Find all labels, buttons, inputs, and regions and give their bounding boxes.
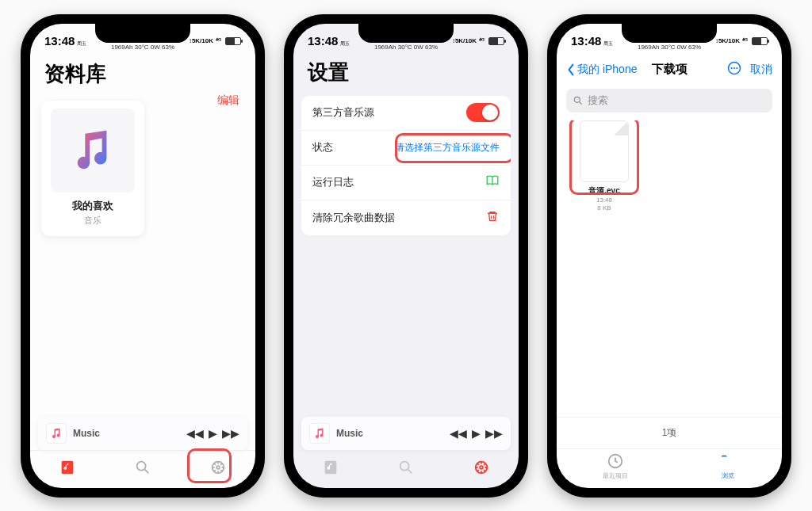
music-note-icon (309, 423, 330, 444)
search-icon (573, 95, 584, 106)
more-icon[interactable] (726, 60, 742, 78)
page-title: 下载项 (652, 62, 688, 77)
phone-settings: 13:48 周五 1969Ah 30°C 0W 63% ↕5K/10K⁴ᴳ 设置… (284, 14, 528, 498)
clock-icon (607, 452, 624, 470)
settings-list: 第三方音乐源 状态 请选择第三方音乐源文件 运行日志 清除冗余歌曲数据 (301, 96, 511, 235)
edit-button[interactable]: 编辑 (217, 93, 239, 108)
tab-bar (293, 450, 519, 488)
phone-library: 13:48 周五 1969Ah 30°C 0W 63% ↕5K/10K⁴ᴳ 资料… (21, 14, 265, 498)
select-source-link[interactable]: 请选择第三方音乐源文件 (395, 141, 500, 154)
now-playing-bar[interactable]: Music ◀◀ ▶ ▶▶ (38, 417, 247, 450)
item-count: 1项 (557, 417, 782, 448)
file-size: 8 KB (573, 204, 636, 212)
tab-library[interactable] (52, 459, 83, 479)
tab-search[interactable] (390, 459, 422, 479)
card-subtitle: 音乐 (49, 215, 136, 227)
svg-point-12 (574, 97, 580, 102)
file-item[interactable]: 音源.evc 13:48 8 KB (573, 120, 636, 212)
svg-point-1 (137, 462, 146, 471)
status-right: ↕5K/10K⁴ᴳ (189, 37, 241, 45)
page-title: 资料库 (30, 55, 255, 94)
cancel-button[interactable]: 取消 (750, 63, 772, 77)
trash-icon (485, 209, 500, 227)
back-button[interactable]: 我的 iPhone (566, 63, 637, 77)
svg-point-7 (480, 466, 483, 469)
row-third-party-source[interactable]: 第三方音乐源 (301, 96, 511, 131)
row-log[interactable]: 运行日志 (301, 166, 511, 200)
notch (358, 24, 454, 43)
phone-files: 13:48 周五 1969Ah 30°C 0W 63% ↕5K/10K⁴ᴳ 我的… (547, 14, 791, 498)
search-input[interactable]: 搜索 (566, 89, 772, 112)
status-day: 周五 (77, 41, 86, 46)
toggle-on[interactable] (466, 103, 500, 122)
notch (622, 24, 717, 43)
svg-point-11 (736, 67, 737, 69)
svg-rect-4 (325, 461, 337, 475)
status-time: 13:48 (44, 34, 75, 48)
tab-library[interactable] (315, 459, 347, 479)
tab-search[interactable] (127, 459, 159, 479)
card-title: 我的喜欢 (49, 199, 136, 213)
prev-icon[interactable]: ◀◀ (186, 427, 204, 440)
play-icon[interactable]: ▶ (469, 427, 484, 440)
row-clean-data[interactable]: 清除冗余歌曲数据 (301, 200, 511, 235)
prev-icon[interactable]: ◀◀ (450, 427, 467, 440)
svg-rect-0 (62, 461, 74, 475)
notch (95, 24, 190, 43)
tab-settings[interactable] (465, 459, 497, 479)
page-title: 设置 (293, 55, 519, 93)
play-icon[interactable]: ▶ (205, 427, 220, 440)
svg-point-5 (400, 462, 409, 471)
folder-icon (719, 452, 737, 470)
chevron-left-icon (566, 63, 576, 76)
next-icon[interactable]: ▶▶ (222, 427, 239, 440)
book-icon (485, 174, 500, 191)
file-time: 13:48 (573, 196, 636, 204)
now-playing-bar[interactable]: Music ◀◀ ▶ ▶▶ (301, 417, 511, 450)
tab-bar (30, 450, 255, 488)
music-note-icon (51, 109, 135, 193)
favorites-card[interactable]: 我的喜欢 音乐 (41, 101, 144, 236)
svg-point-10 (733, 67, 735, 69)
tab-browse[interactable]: 浏览 (719, 449, 737, 480)
tab-bar: 最近项目 浏览 (557, 448, 782, 488)
file-icon (580, 120, 629, 182)
svg-point-3 (216, 466, 220, 469)
nav-bar: 我的 iPhone 下载项 取消 (557, 55, 782, 84)
tab-recent[interactable]: 最近项目 (603, 449, 628, 480)
row-status[interactable]: 状态 请选择第三方音乐源文件 (301, 131, 511, 166)
music-note-icon (46, 423, 67, 444)
next-icon[interactable]: ▶▶ (485, 427, 503, 440)
now-playing-title: Music (73, 428, 185, 439)
file-name: 音源.evc (573, 185, 636, 196)
tab-settings[interactable] (202, 459, 234, 479)
svg-point-9 (731, 67, 733, 69)
status-mid: 1969Ah 30°C 0W 63% (111, 44, 174, 51)
